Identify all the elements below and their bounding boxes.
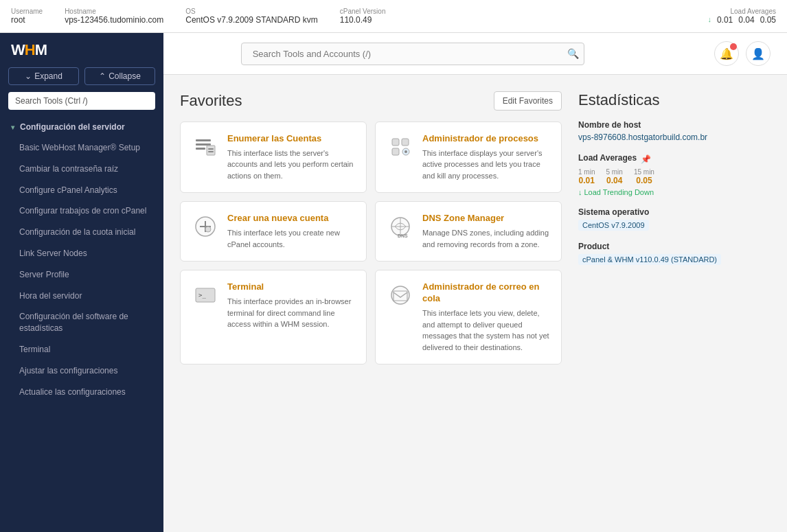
terminal-content: Terminal This interface provides an in-b…: [227, 281, 355, 329]
search-bar: 🔍: [241, 43, 584, 65]
dns-desc: Manage DNS zones, including adding and r…: [422, 227, 550, 250]
load-avg-values: ↓ 0.01 0.04 0.05: [707, 15, 776, 25]
fav-card-correo[interactable]: Administrador de correo en cola This int…: [375, 270, 562, 365]
header-icons: 🔔 👤: [714, 41, 771, 66]
fav-card-enumerar[interactable]: Enumerar las Cuentas This interface list…: [180, 122, 367, 193]
svg-rect-2: [196, 148, 205, 150]
sidebar-item-hora-servidor[interactable]: Hora del servidor: [0, 286, 163, 307]
enumerar-title: Enumerar las Cuentas: [227, 133, 355, 145]
svg-point-10: [404, 150, 407, 153]
search-icon: 🔍: [567, 48, 579, 59]
fav-card-procesos[interactable]: Administrador de procesos This interface…: [375, 122, 562, 193]
sidebar-search[interactable]: Search Tools (Ctrl /): [8, 92, 155, 110]
load-5min-val: 0.04: [606, 176, 622, 185]
cpanel-group: cPanel Version 110.0.49: [340, 8, 386, 25]
cpanel-label: cPanel Version: [340, 8, 386, 15]
search-icon-button[interactable]: 🔍: [567, 48, 579, 59]
procesos-content: Administrador de procesos This interface…: [422, 133, 550, 181]
favorites-panel: Favorites Edit Favorites: [180, 91, 562, 516]
down-arrow-icon: ↓: [707, 15, 711, 25]
sidebar-item-configuracion-cuota[interactable]: Configuración de la cuota inicial: [0, 222, 163, 243]
load-15min: 0.05: [760, 15, 776, 25]
sidebar-item-configurar-cron[interactable]: Configurar trabajos de cron cPanel: [0, 200, 163, 222]
load-trending-button[interactable]: ↓ Load Trending Down: [578, 188, 771, 196]
sidebar-logo: WHM: [0, 33, 163, 67]
notifications-button[interactable]: 🔔: [714, 41, 739, 66]
cpanel-value: 110.0.49: [340, 15, 386, 25]
trending-label: Load Trending Down: [584, 188, 654, 196]
svg-rect-7: [402, 139, 409, 146]
correo-content: Administrador de correo en cola This int…: [422, 281, 550, 353]
correo-title: Administrador de correo en cola: [422, 281, 550, 305]
load-1min-period: 1 min: [578, 168, 595, 176]
load-5min-col: 5 min 0.04: [606, 168, 622, 185]
fav-card-dns[interactable]: DNS DNS Zone Manager Manage DNS zones, i…: [375, 201, 562, 262]
sidebar-search-placeholder: Search Tools (Ctrl /): [15, 96, 88, 106]
crear-cuenta-content: Crear una nueva cuenta This interface le…: [227, 213, 355, 250]
content-scroll: Favorites Edit Favorites: [163, 75, 787, 532]
procesos-icon: [387, 133, 414, 161]
favorites-grid: Enumerar las Cuentas This interface list…: [180, 122, 562, 365]
sidebar-item-configure-cpanel[interactable]: Configure cPanel Analytics: [0, 180, 163, 201]
expand-button[interactable]: ⌄ Expand: [8, 67, 79, 85]
crear-cuenta-desc: This interface lets you create new cPane…: [227, 227, 355, 250]
load-avg-label: Load Averages: [730, 8, 776, 15]
load-1min-col: 1 min 0.01: [578, 168, 595, 185]
svg-rect-5: [208, 151, 214, 152]
load-15min-col: 15 min 0.05: [634, 168, 654, 185]
os-value: CentOS v7.9.2009: [578, 220, 649, 231]
enumerar-icon: [192, 133, 219, 161]
edit-favorites-button[interactable]: Edit Favorites: [494, 91, 562, 111]
hostname-label: Nombre de host: [578, 120, 771, 130]
sidebar-item-ajustar-config[interactable]: Ajustar las configuraciones: [0, 360, 163, 382]
product-label: Product: [578, 242, 771, 251]
notification-badge: [730, 43, 737, 50]
user-avatar-button[interactable]: 👤: [746, 41, 771, 66]
sidebar-item-basic-webhost[interactable]: Basic WebHost Manager® Setup: [0, 137, 163, 159]
sidebar-item-server-profile[interactable]: Server Profile: [0, 264, 163, 286]
expand-icon: ⌄: [25, 71, 32, 81]
load-5min: 0.04: [738, 15, 754, 25]
svg-rect-0: [196, 139, 211, 141]
crear-cuenta-title: Crear una nueva cuenta: [227, 213, 355, 224]
collapse-button[interactable]: ⌃ Collapse: [84, 67, 155, 85]
svg-point-14: [205, 227, 211, 232]
load-15min-val: 0.05: [636, 176, 652, 185]
terminal-desc: This interface provides an in-browser te…: [227, 296, 355, 330]
sidebar-section-header[interactable]: ▾ Configuración del servidor: [0, 117, 163, 137]
search-input[interactable]: [241, 43, 584, 65]
sidebar-item-config-estadisticas[interactable]: Configuración del software de estadístic…: [0, 306, 163, 339]
sidebar-item-cambiar-contrasena[interactable]: Cambiar la contraseña raíz: [0, 159, 163, 180]
svg-point-21: [391, 286, 409, 304]
crear-cuenta-icon: [192, 213, 219, 240]
favorites-title: Favorites: [180, 92, 242, 110]
sidebar-section-label: Configuración del servidor: [20, 122, 125, 132]
favorites-header: Favorites Edit Favorites: [180, 91, 562, 111]
enumerar-content: Enumerar las Cuentas This interface list…: [227, 133, 355, 181]
procesos-title: Administrador de procesos: [422, 133, 550, 145]
sidebar-scroll: ▾ Configuración del servidor Basic WebHo…: [0, 117, 163, 532]
fav-card-terminal[interactable]: >_ Terminal This interface provides an i…: [180, 270, 367, 365]
load-section: Load Averages 📌 1 min 0.01 5 min 0.04: [578, 153, 771, 196]
top-bar: Username root Hostname vps-123456.tudomi…: [0, 0, 787, 33]
whm-logo: WHM: [11, 41, 47, 59]
os-value: CentOS v7.9.2009 STANDARD kvm: [185, 15, 318, 25]
load-15min-period: 15 min: [634, 168, 654, 176]
svg-text:DNS: DNS: [398, 233, 408, 238]
sidebar: WHM ⌄ Expand ⌃ Collapse Search Tools (Ct…: [0, 33, 163, 532]
stats-title: Estadísticas: [578, 91, 771, 109]
sidebar-item-terminal[interactable]: Terminal: [0, 339, 163, 360]
collapse-label: Collapse: [109, 71, 141, 81]
product-section: Product cPanel & WHM v110.0.49 (STANDARD…: [578, 242, 771, 265]
os-label: Sistema operativo: [578, 207, 771, 217]
stats-panel: Estadísticas Nombre de host vps-8976608.…: [578, 91, 771, 516]
enumerar-desc: This interface lists the server's accoun…: [227, 148, 355, 182]
sidebar-item-link-server-nodes[interactable]: Link Server Nodes: [0, 243, 163, 264]
hostname-group: Hostname vps-123456.tudominio.com: [65, 8, 163, 25]
content-area: 🔍 🔔 👤 Favorites Edit Favorites: [163, 33, 787, 532]
hostname-value[interactable]: vps-8976608.hostgatorbuild.com.br: [578, 132, 771, 142]
fav-card-crear-cuenta[interactable]: Crear una nueva cuenta This interface le…: [180, 201, 367, 262]
sidebar-item-actualice-config[interactable]: Actualice las configuraciones: [0, 382, 163, 403]
username-group: Username root: [11, 8, 43, 25]
load-1min: 0.01: [717, 15, 733, 25]
